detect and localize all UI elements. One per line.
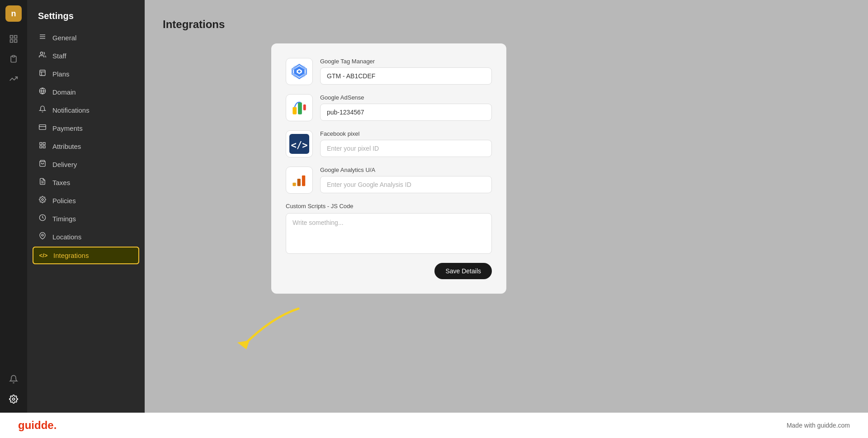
sidebar-item-domain[interactable]: Domain	[27, 83, 145, 101]
svg-rect-2	[10, 40, 13, 43]
analytics-logo	[286, 167, 313, 194]
custom-scripts-section: Custom Scripts - JS Code	[286, 203, 492, 256]
gtm-input[interactable]	[320, 67, 492, 85]
notifications-icon	[38, 105, 47, 114]
sidebar-item-notifications[interactable]: Notifications	[27, 101, 145, 119]
footer: guidde. Made with guidde.com	[0, 413, 868, 438]
analytics-right: Google Analytics U/A	[320, 167, 492, 193]
sidebar-item-timings[interactable]: Timings	[27, 209, 145, 228]
custom-scripts-textarea[interactable]	[286, 213, 492, 254]
orders-nav-icon[interactable]	[5, 51, 22, 67]
sidebar-item-integrations[interactable]: </> Integrations	[33, 247, 139, 264]
adsense-right: Google AdSense	[320, 94, 492, 121]
settings-title: Settings	[27, 7, 145, 29]
policies-icon	[38, 196, 47, 205]
page-title: Integrations	[163, 18, 850, 31]
svg-marker-43	[237, 340, 250, 349]
icon-sidebar: n	[0, 0, 27, 413]
svg-text:</>: </>	[291, 140, 307, 151]
svg-point-5	[13, 398, 15, 400]
svg-rect-34	[292, 107, 297, 114]
sidebar-item-general[interactable]: General	[27, 29, 145, 47]
fbpixel-logo: </>	[286, 130, 313, 157]
plans-icon	[38, 69, 47, 78]
adsense-logo	[286, 94, 313, 121]
svg-rect-35	[298, 102, 302, 114]
custom-scripts-label: Custom Scripts - JS Code	[286, 203, 492, 209]
analytics-label: Google Analytics U/A	[320, 167, 492, 173]
svg-rect-15	[39, 125, 46, 130]
svg-rect-10	[40, 70, 45, 76]
sidebar-item-attributes[interactable]: Attributes	[27, 137, 145, 155]
general-icon	[38, 33, 47, 42]
svg-rect-3	[14, 40, 17, 43]
gtm-logo	[286, 58, 313, 85]
taxes-icon	[38, 178, 47, 187]
svg-rect-20	[43, 146, 45, 148]
adsense-input[interactable]	[320, 104, 492, 121]
analytics-input[interactable]	[320, 176, 492, 193]
settings-bottom-icon[interactable]	[5, 391, 22, 407]
svg-rect-1	[14, 36, 17, 38]
sidebar-item-staff[interactable]: Staff	[27, 47, 145, 65]
domain-icon	[38, 87, 47, 96]
staff-icon	[38, 51, 47, 60]
content-area: Integrations	[145, 0, 868, 413]
svg-rect-41	[297, 179, 301, 186]
locations-icon	[38, 232, 47, 241]
svg-rect-18	[43, 143, 45, 145]
integrations-icon: </>	[39, 252, 48, 259]
grid-nav-icon[interactable]	[5, 31, 22, 47]
payments-icon	[38, 124, 47, 133]
svg-rect-40	[292, 183, 296, 186]
analytics-nav-icon[interactable]	[5, 71, 22, 87]
integrations-card: Google Tag Manager Go	[271, 43, 506, 294]
sidebar-item-delivery[interactable]: Delivery	[27, 155, 145, 173]
left-nav: Settings General Staff Plans Domain	[27, 0, 145, 413]
attributes-icon	[38, 142, 47, 151]
sidebar-item-payments[interactable]: Payments	[27, 119, 145, 137]
footer-right-text: Made with guidde.com	[787, 422, 850, 429]
sidebar-item-plans[interactable]: Plans	[27, 65, 145, 83]
svg-rect-19	[40, 146, 42, 148]
gtm-label: Google Tag Manager	[320, 58, 492, 65]
fbpixel-row: </> Facebook pixel	[286, 130, 492, 157]
svg-rect-36	[303, 105, 306, 110]
sidebar-item-taxes[interactable]: Taxes	[27, 173, 145, 191]
svg-point-24	[42, 199, 43, 200]
svg-point-9	[40, 52, 42, 54]
adsense-row: Google AdSense	[286, 94, 492, 121]
analytics-row: Google Analytics U/A	[286, 167, 492, 194]
footer-logo: guidde.	[18, 419, 57, 432]
fbpixel-label: Facebook pixel	[320, 130, 492, 137]
arrow-annotation	[217, 304, 316, 358]
fbpixel-right: Facebook pixel	[320, 130, 492, 157]
delivery-icon	[38, 160, 47, 169]
svg-point-26	[42, 234, 43, 236]
save-details-button[interactable]: Save Details	[434, 263, 492, 279]
svg-rect-17	[40, 143, 42, 145]
save-btn-row: Save Details	[286, 263, 492, 279]
adsense-label: Google AdSense	[320, 94, 492, 101]
gtm-right: Google Tag Manager	[320, 58, 492, 85]
app-logo[interactable]: n	[5, 5, 22, 22]
gtm-row: Google Tag Manager	[286, 58, 492, 85]
fbpixel-input[interactable]	[320, 140, 492, 157]
svg-rect-42	[302, 176, 305, 186]
svg-rect-0	[10, 36, 13, 38]
timings-icon	[38, 214, 47, 223]
bell-bottom-icon[interactable]	[5, 371, 22, 387]
sidebar-item-locations[interactable]: Locations	[27, 228, 145, 246]
sidebar-item-policies[interactable]: Policies	[27, 191, 145, 209]
svg-rect-4	[13, 56, 15, 57]
